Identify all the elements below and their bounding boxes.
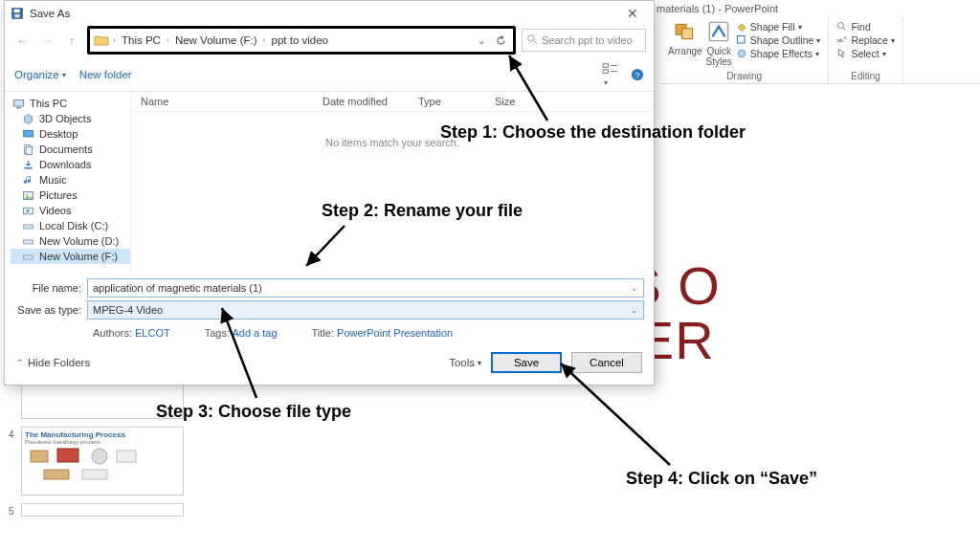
find-icon [836, 21, 848, 33]
svg-rect-8 [31, 451, 48, 462]
arrange-icon [673, 19, 698, 44]
search-icon [526, 33, 539, 46]
tree-new-volume-d[interactable]: New Volume (D:) [11, 233, 130, 249]
drive-icon [22, 220, 34, 232]
authors-value[interactable]: ELCOT [135, 327, 170, 339]
shape-outline-button[interactable]: Shape Outline▾ [736, 34, 821, 46]
file-name-input[interactable]: application of magnetic materials (1)⌄ [87, 278, 644, 298]
svg-rect-16 [14, 14, 19, 18]
tree-desktop[interactable]: Desktop [11, 126, 130, 142]
chevron-up-icon: ⌃ [16, 358, 24, 367]
search-input[interactable]: Search ppt to video [522, 29, 646, 52]
svg-rect-36 [24, 239, 33, 243]
find-button[interactable]: Find [836, 21, 895, 33]
quick-styles-icon [706, 19, 731, 44]
svg-rect-9 [57, 449, 78, 462]
tree-new-volume-f[interactable]: New Volume (F:) [11, 249, 130, 264]
list-header[interactable]: Name Date modified Type Size [131, 92, 654, 112]
svg-rect-3 [737, 36, 745, 44]
svg-point-17 [528, 35, 535, 42]
slide-thumb-5[interactable]: 5 [21, 503, 184, 517]
svg-point-32 [26, 193, 28, 195]
svg-rect-26 [16, 106, 21, 108]
svg-line-18 [533, 40, 536, 43]
svg-rect-15 [14, 10, 20, 13]
tree-documents[interactable]: Documents [11, 142, 130, 157]
dialog-titlebar: Save As ✕ [5, 1, 654, 26]
ppt-window-title: materials (1) - PowerPoint [657, 3, 778, 14]
effects-icon [736, 48, 747, 59]
cursor-icon [836, 48, 848, 59]
ribbon-group-editing: Find abReplace▾ Select▾ Editing [829, 17, 903, 83]
svg-rect-13 [82, 470, 107, 479]
nav-up-button[interactable]: ↑ [62, 30, 81, 51]
refresh-icon[interactable] [495, 34, 507, 47]
tree-3d-objects[interactable]: 3D Objects [11, 111, 130, 126]
music-icon [22, 174, 34, 187]
doc-title-value[interactable]: PowerPoint Presentation [337, 327, 453, 339]
slide-thumbnails: 3 4 The Manufacturing Process Powdered m… [0, 371, 191, 524]
tools-menu[interactable]: Tools▾ [449, 357, 481, 368]
folder-icon [94, 33, 109, 47]
file-list[interactable]: Name Date modified Type Size No items ma… [131, 92, 654, 270]
replace-button[interactable]: abReplace▾ [836, 34, 895, 46]
videos-icon [22, 205, 34, 217]
svg-rect-27 [24, 130, 33, 137]
svg-text:ab: ab [837, 37, 844, 43]
tree-pictures[interactable]: Pictures [11, 187, 130, 203]
tree-local-disk-c[interactable]: Local Disk (C:) [11, 218, 130, 233]
save-button[interactable]: Save [491, 352, 562, 373]
svg-rect-1 [682, 29, 693, 39]
tree-videos[interactable]: Videos [11, 203, 130, 218]
annotation-step3: Step 3: Choose file type [156, 402, 351, 422]
dialog-toolbar: Organize▾ New folder ▾ ? [5, 58, 654, 92]
ribbon-group-drawing: Arrange Quick Styles Shape Fill▾ Shape O… [660, 17, 829, 83]
ribbon: Arrange Quick Styles Shape Fill▾ Shape O… [660, 17, 980, 84]
documents-icon [22, 143, 34, 156]
drive-icon [22, 251, 34, 263]
select-button[interactable]: Select▾ [836, 48, 895, 59]
svg-rect-37 [24, 254, 33, 258]
svg-rect-12 [44, 470, 69, 479]
hide-folders-button[interactable]: ⌃Hide Folders [16, 357, 90, 368]
nav-tree[interactable]: This PC 3D Objects Desktop Documents Dow… [5, 92, 131, 270]
annotation-step4: Step 4: Click on “Save” [626, 469, 817, 489]
chevron-down-icon[interactable]: ⌄ [478, 35, 485, 46]
organize-button[interactable]: Organize▾ [14, 69, 66, 80]
save-as-type-label: Save as type: [14, 304, 87, 316]
drive-icon [22, 235, 34, 248]
downloads-icon [22, 159, 34, 171]
close-button[interactable]: ✕ [617, 6, 648, 21]
svg-point-10 [92, 449, 107, 464]
view-options-button[interactable]: ▾ [602, 62, 619, 87]
pc-icon [12, 98, 25, 110]
arrange-button[interactable]: Arrange [668, 19, 702, 56]
dialog-title: Save As [30, 8, 70, 19]
tree-downloads[interactable]: Downloads [11, 157, 130, 172]
cancel-button[interactable]: Cancel [571, 352, 642, 373]
svg-rect-30 [24, 166, 32, 168]
svg-rect-29 [26, 146, 33, 154]
svg-rect-19 [603, 64, 608, 68]
svg-point-5 [838, 23, 844, 29]
svg-rect-11 [117, 451, 136, 462]
replace-icon: ab [836, 34, 848, 46]
shape-effects-button[interactable]: Shape Effects▾ [736, 48, 821, 59]
breadcrumb-bar[interactable]: ›This PC›New Volume (F:)›ppt to video ⌄ [87, 26, 516, 55]
svg-line-6 [843, 28, 846, 31]
pen-icon [736, 34, 747, 46]
slide-thumb-4[interactable]: 4 The Manufacturing Process Powdered met… [21, 427, 184, 496]
save-as-dialog: Save As ✕ ← → ↑ ›This PC›New Volume (F:)… [4, 0, 655, 386]
quick-styles-button[interactable]: Quick Styles [706, 19, 732, 67]
svg-point-35 [31, 226, 32, 227]
tags-value[interactable]: Add a tag [232, 327, 277, 339]
nav-back-button[interactable]: ← [12, 30, 32, 51]
tree-this-pc[interactable]: This PC [11, 96, 130, 111]
nav-forward-button[interactable]: → [37, 30, 56, 51]
shape-fill-button[interactable]: Shape Fill▾ [736, 21, 821, 33]
help-icon[interactable]: ? [631, 68, 644, 81]
tree-music[interactable]: Music [11, 172, 130, 187]
new-folder-button[interactable]: New folder [79, 69, 132, 80]
save-as-type-select[interactable]: MPEG-4 Video⌄ [87, 300, 644, 320]
svg-rect-20 [603, 70, 608, 74]
